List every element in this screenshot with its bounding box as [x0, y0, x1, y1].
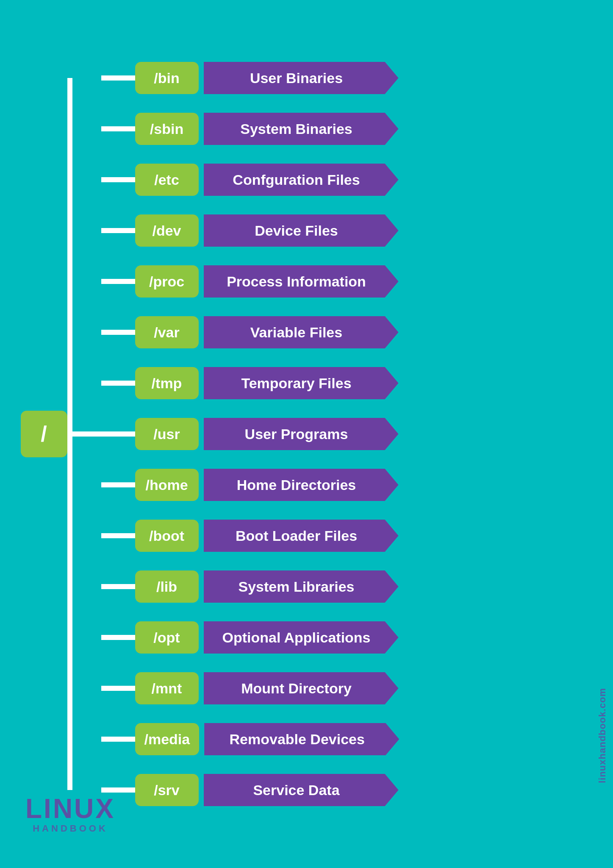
branch-row: /mediaRemovable Devices: [101, 714, 593, 765]
dir-label: /usr: [153, 426, 180, 442]
vertical-url: linuxhandbook.com: [597, 688, 608, 783]
desc-box: Removable Devices: [204, 723, 399, 755]
dir-label: /etc: [154, 172, 179, 188]
dir-label: /media: [144, 731, 190, 748]
desc-label: Temporary Files: [241, 375, 351, 392]
dir-box: /sbin: [135, 113, 199, 145]
dir-label: /bin: [154, 70, 179, 86]
desc-label: Mount Directory: [241, 680, 352, 697]
vertical-trunk: [67, 78, 72, 790]
dir-box: /boot: [135, 520, 199, 552]
branch-line: [101, 75, 135, 81]
branch-line: [101, 686, 135, 691]
desc-box: Process Information: [204, 265, 399, 298]
dir-box: /dev: [135, 214, 199, 247]
dir-label: /mnt: [152, 680, 182, 697]
desc-label: Process Information: [227, 273, 366, 290]
branch-row: /etcConfguration Files: [101, 154, 593, 205]
dir-label: /boot: [149, 528, 184, 544]
root-connector: [67, 431, 101, 437]
desc-label: Service Data: [253, 782, 339, 798]
dir-box: /media: [135, 723, 200, 755]
desc-box: Boot Loader Files: [204, 520, 399, 552]
dir-label: /opt: [153, 629, 180, 646]
dir-label: /proc: [149, 273, 184, 290]
branch-row: /bootBoot Loader Files: [101, 510, 593, 561]
branch-line: [101, 228, 135, 233]
desc-label: System Libraries: [238, 579, 354, 595]
branch-row: /mntMount Directory: [101, 663, 593, 714]
desc-box: User Programs: [204, 418, 399, 450]
dir-box: /opt: [135, 621, 199, 654]
branch-line: [101, 381, 135, 386]
branch-row: /srvService Data: [101, 765, 593, 815]
branch-row: /homeHome Directories: [101, 459, 593, 510]
branch-line: [101, 787, 135, 793]
desc-box: Variable Files: [204, 316, 399, 348]
branch-line: [101, 330, 135, 335]
desc-label: User Binaries: [250, 70, 343, 86]
dir-box: /var: [135, 316, 199, 348]
watermark: LINUX HANDBOOK: [25, 795, 115, 834]
branch-line: [101, 431, 135, 437]
dir-box: /home: [135, 469, 199, 501]
main-container: / /binUser Binaries/sbinSystem Binaries/…: [0, 0, 613, 868]
dir-label: /dev: [152, 223, 181, 239]
desc-label: Boot Loader Files: [236, 528, 357, 544]
branch-row: /libSystem Libraries: [101, 561, 593, 612]
desc-label: Optional Applications: [222, 629, 370, 646]
watermark-handbook: HANDBOOK: [33, 823, 108, 834]
branch-line: [101, 737, 135, 742]
desc-label: System Binaries: [240, 121, 352, 137]
desc-box: Confguration Files: [204, 164, 399, 196]
root-node: /: [21, 411, 67, 457]
dir-box: /bin: [135, 62, 199, 94]
dir-label: /srv: [154, 782, 180, 798]
dir-box: /lib: [135, 570, 199, 603]
desc-box: System Binaries: [204, 113, 399, 145]
branch-line: [101, 635, 135, 640]
branch-line: [101, 482, 135, 487]
desc-box: Optional Applications: [204, 621, 399, 654]
dir-label: /lib: [156, 579, 177, 595]
root-label: /: [41, 421, 47, 447]
dir-label: /tmp: [152, 375, 182, 392]
branch-line: [101, 533, 135, 538]
desc-label: Removable Devices: [230, 731, 365, 748]
dir-box: /usr: [135, 418, 199, 450]
branch-row: /sbinSystem Binaries: [101, 103, 593, 154]
desc-label: User Programs: [245, 426, 348, 442]
branch-line: [101, 177, 135, 182]
desc-box: Home Directories: [204, 469, 399, 501]
branch-row: /optOptional Applications: [101, 612, 593, 663]
desc-box: User Binaries: [204, 62, 399, 94]
dir-box: /tmp: [135, 367, 199, 399]
branch-row: /usrUser Programs: [101, 409, 593, 459]
dir-box: /mnt: [135, 672, 199, 704]
branch-row: /tmpTemporary Files: [101, 358, 593, 409]
watermark-linux: LINUX: [25, 795, 115, 822]
branch-line: [101, 126, 135, 131]
branch-line: [101, 584, 135, 589]
desc-box: Device Files: [204, 214, 399, 247]
dir-label: /var: [154, 324, 180, 341]
branch-row: /varVariable Files: [101, 307, 593, 358]
branch-line: [101, 279, 135, 284]
dir-box: /srv: [135, 774, 199, 806]
desc-box: Service Data: [204, 774, 399, 806]
diagram: / /binUser Binaries/sbinSystem Binaries/…: [21, 40, 593, 828]
branch-row: /binUser Binaries: [101, 53, 593, 103]
desc-box: Temporary Files: [204, 367, 399, 399]
dir-box: /proc: [135, 265, 199, 298]
desc-label: Device Files: [255, 223, 338, 239]
desc-label: Home Directories: [237, 477, 356, 493]
dir-box: /etc: [135, 164, 199, 196]
desc-label: Variable Files: [250, 324, 342, 341]
dir-label: /home: [145, 477, 188, 493]
desc-box: System Libraries: [204, 570, 399, 603]
desc-label: Confguration Files: [233, 172, 360, 188]
desc-box: Mount Directory: [204, 672, 399, 704]
branches-container: /binUser Binaries/sbinSystem Binaries/et…: [101, 53, 593, 815]
dir-label: /sbin: [150, 121, 183, 137]
branch-row: /procProcess Information: [101, 256, 593, 307]
